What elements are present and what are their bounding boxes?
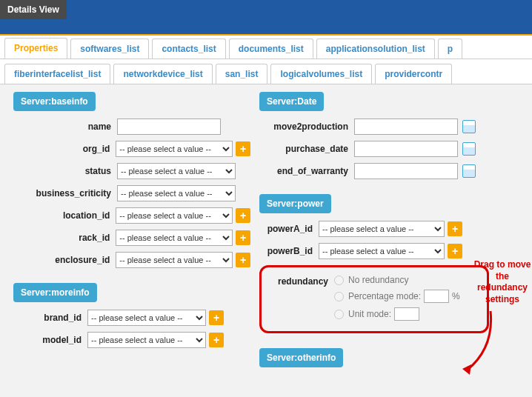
label-move2production: move2production	[259, 121, 354, 132]
radio-unit-mode[interactable]	[334, 310, 344, 319]
group-baseinfo: Server:baseinfo name org_id -- please se…	[13, 92, 250, 268]
tab-properties[interactable]: Properties	[4, 38, 67, 59]
group-title-moreinfo[interactable]: Server:moreinfo	[13, 283, 97, 302]
group-title-baseinfo[interactable]: Server:baseinfo	[13, 92, 96, 111]
add-button-brand-id[interactable]: +	[209, 310, 224, 325]
calendar-icon[interactable]	[462, 164, 476, 178]
calendar-icon[interactable]	[462, 120, 476, 133]
tab-overflow-1[interactable]: p	[438, 39, 462, 59]
tab-networkdevice-list[interactable]: networkdevice_list	[113, 64, 212, 84]
select-powerb-id[interactable]: -- please select a value --	[319, 243, 445, 259]
label-brand-id: brand_id	[13, 313, 87, 323]
group-date: Server:Date move2production purchase_dat…	[259, 92, 489, 179]
form-canvas: Server:baseinfo name org_id -- please se…	[0, 84, 532, 111]
label-purchase-date: purchase_date	[259, 144, 354, 154]
redundancy-highlight-box: redundancy No redundancy Percentage mode…	[259, 265, 489, 333]
select-business-criticity[interactable]: -- please select a value --	[117, 185, 236, 201]
label-percent-suffix: %	[452, 291, 460, 301]
label-powerb-id: powerB_id	[259, 246, 319, 256]
tab-softwares-list[interactable]: softwares_list	[70, 39, 149, 59]
select-rack-id[interactable]: -- please select a value --	[116, 230, 233, 246]
input-move2production[interactable]	[354, 119, 458, 135]
select-location-id[interactable]: -- please select a value --	[116, 207, 233, 224]
tab-overflow-2[interactable]: providercontr	[375, 64, 452, 84]
group-title-otherinfo[interactable]: Server:otherinfo	[259, 348, 343, 367]
select-org-id[interactable]: -- please select a value --	[116, 141, 233, 157]
add-button-powerb-id[interactable]: +	[448, 244, 462, 258]
input-unit[interactable]	[394, 307, 419, 321]
app-header: Details View	[0, 0, 532, 36]
calendar-icon[interactable]	[462, 142, 476, 156]
label-model-id: model_id	[13, 335, 87, 345]
select-enclosure-id[interactable]: -- please select a value --	[116, 252, 233, 268]
select-model-id[interactable]: -- please select a value --	[87, 332, 206, 348]
radio-no-redundancy[interactable]	[334, 276, 344, 285]
tab-logicalvolumes-list[interactable]: logicalvolumes_list	[270, 64, 372, 84]
label-powera-id: powerA_id	[259, 224, 319, 234]
group-moreinfo: Server:moreinfo brand_id -- please selec…	[13, 283, 250, 348]
add-button-location-id[interactable]: +	[236, 208, 250, 223]
label-name: name	[13, 121, 117, 132]
label-rack-id: rack_id	[13, 233, 116, 243]
tab-san-list[interactable]: san_list	[216, 64, 268, 84]
label-percentage-mode: Percentage mode:	[348, 291, 421, 301]
label-unit-mode: Unit mode:	[348, 309, 391, 319]
label-end-of-warranty: end_of_warranty	[259, 166, 354, 176]
label-business-criticity: business_criticity	[13, 188, 117, 198]
add-button-enclosure-id[interactable]: +	[236, 253, 250, 267]
input-name[interactable]	[117, 119, 221, 135]
select-powera-id[interactable]: -- please select a value --	[319, 221, 445, 237]
group-title-date[interactable]: Server:Date	[259, 92, 324, 111]
tab-applicationsolution-list[interactable]: applicationsolution_list	[316, 39, 435, 59]
radio-percentage-mode[interactable]	[334, 292, 344, 301]
input-purchase-date[interactable]	[354, 141, 458, 157]
select-brand-id[interactable]: -- please select a value --	[87, 310, 206, 326]
tab-contacts-list[interactable]: contacts_list	[152, 39, 225, 59]
tab-fiberinterfacelist-list[interactable]: fiberinterfacelist_list	[4, 64, 110, 84]
label-redundancy: redundancy	[267, 275, 334, 321]
input-end-of-warranty[interactable]	[354, 163, 458, 179]
tab-documents-list[interactable]: documents_list	[229, 39, 313, 59]
select-status[interactable]: -- please select a value --	[117, 163, 236, 179]
add-button-org-id[interactable]: +	[236, 141, 250, 156]
label-location-id: location_id	[13, 210, 116, 221]
label-org-id: org_id	[13, 144, 116, 154]
add-button-model-id[interactable]: +	[209, 333, 224, 347]
tabstrip-row-1: Properties softwares_list contacts_list …	[0, 36, 532, 59]
annotation-text: Drag to move the redundancy settings	[470, 259, 532, 305]
add-button-powera-id[interactable]: +	[448, 221, 462, 236]
label-enclosure-id: enclosure_id	[13, 255, 116, 265]
label-no-redundancy: No redundancy	[348, 275, 408, 285]
group-title-power[interactable]: Server:power	[259, 194, 331, 213]
label-status: status	[13, 166, 117, 176]
add-button-rack-id[interactable]: +	[236, 230, 250, 245]
tabstrip-row-2: fiberinterfacelist_list networkdevice_li…	[0, 59, 532, 84]
input-percentage[interactable]	[424, 290, 449, 303]
group-power: Server:power powerA_id -- please select …	[259, 194, 489, 333]
details-view-tab[interactable]: Details View	[0, 0, 67, 19]
group-otherinfo: Server:otherinfo	[259, 348, 489, 372]
